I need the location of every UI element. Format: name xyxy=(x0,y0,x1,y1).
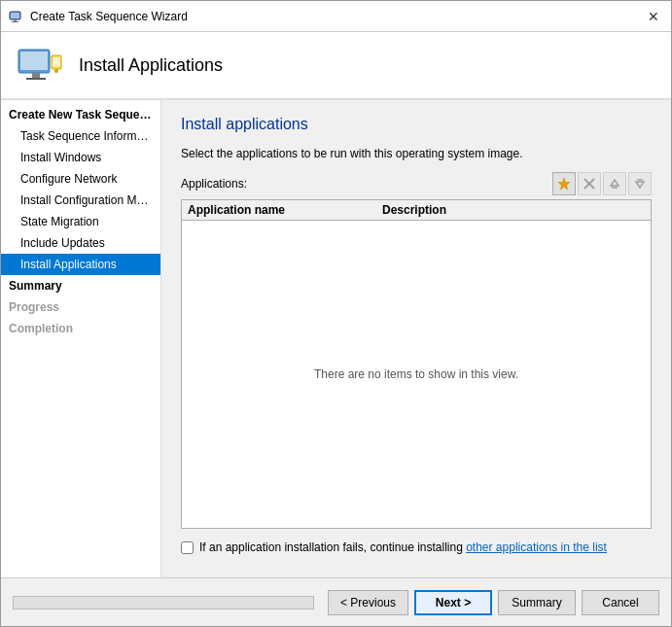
progress-bar xyxy=(13,596,314,610)
checkbox-row: If an application installation fails, co… xyxy=(181,540,652,554)
svg-rect-7 xyxy=(26,78,46,80)
sidebar: Create New Task Sequence Task Sequence I… xyxy=(1,100,161,577)
sidebar-item-create-new[interactable]: Create New Task Sequence xyxy=(1,104,160,125)
description-text: Select the applications to be run with t… xyxy=(181,147,652,160)
header: Install Applications xyxy=(1,32,671,100)
summary-button[interactable]: Summary xyxy=(498,590,576,615)
svg-rect-6 xyxy=(32,73,40,78)
delete-icon xyxy=(584,178,595,190)
close-button[interactable]: ✕ xyxy=(644,7,663,26)
title-bar: Create Task Sequence Wizard ✕ xyxy=(1,1,671,32)
svg-point-10 xyxy=(54,69,58,73)
checkbox-link[interactable]: other applications in the list xyxy=(466,540,607,554)
previous-button[interactable]: < Previous xyxy=(328,590,408,615)
sidebar-item-install-config[interactable]: Install Configuration Ma... xyxy=(1,190,160,211)
down-icon xyxy=(634,178,646,190)
sidebar-item-state-migration[interactable]: State Migration xyxy=(1,211,160,232)
page-title: Install applications xyxy=(181,116,652,133)
add-button[interactable] xyxy=(552,172,576,195)
svg-rect-1 xyxy=(11,13,19,18)
col-header-desc: Description xyxy=(382,203,645,217)
wizard-window: Create Task Sequence Wizard ✕ Install Ap… xyxy=(0,0,672,627)
applications-table: Application name Description There are n… xyxy=(181,199,652,529)
svg-rect-3 xyxy=(12,21,18,22)
svg-rect-5 xyxy=(20,52,48,70)
svg-marker-11 xyxy=(558,178,570,190)
table-empty-message: There are no items to show in this view. xyxy=(182,221,651,528)
up-icon xyxy=(609,178,620,190)
content-area: Create New Task Sequence Task Sequence I… xyxy=(1,100,671,577)
table-header: Application name Description xyxy=(182,200,651,221)
next-button[interactable]: Next > xyxy=(414,590,492,615)
add-icon xyxy=(557,177,571,191)
svg-rect-2 xyxy=(14,19,17,21)
footer: < Previous Next > Summary Cancel xyxy=(1,577,671,626)
wizard-icon xyxy=(9,9,24,24)
header-title: Install Applications xyxy=(79,55,223,76)
fail-checkbox[interactable] xyxy=(181,541,194,554)
window-title: Create Task Sequence Wizard xyxy=(30,10,644,23)
sidebar-item-configure-network[interactable]: Configure Network xyxy=(1,168,160,190)
svg-rect-9 xyxy=(53,57,60,66)
sidebar-item-summary[interactable]: Summary xyxy=(1,275,160,296)
sidebar-item-completion: Completion xyxy=(1,318,160,339)
header-icon xyxy=(17,42,63,88)
sidebar-item-progress: Progress xyxy=(1,296,160,318)
toolbar xyxy=(552,172,652,195)
sidebar-item-install-windows[interactable]: Install Windows xyxy=(1,147,160,168)
up-button[interactable] xyxy=(603,172,626,195)
cancel-button[interactable]: Cancel xyxy=(582,590,659,615)
down-button[interactable] xyxy=(628,172,652,195)
sidebar-item-task-info[interactable]: Task Sequence Informati... xyxy=(1,125,160,147)
col-header-name: Application name xyxy=(188,203,382,217)
delete-button[interactable] xyxy=(578,172,601,195)
applications-label: Applications: xyxy=(181,177,247,191)
checkbox-label[interactable]: If an application installation fails, co… xyxy=(199,540,607,554)
main-panel: Install applications Select the applicat… xyxy=(161,100,671,577)
sidebar-item-include-updates[interactable]: Include Updates xyxy=(1,232,160,254)
sidebar-item-install-applications[interactable]: Install Applications xyxy=(1,254,160,275)
applications-row: Applications: xyxy=(181,172,652,195)
